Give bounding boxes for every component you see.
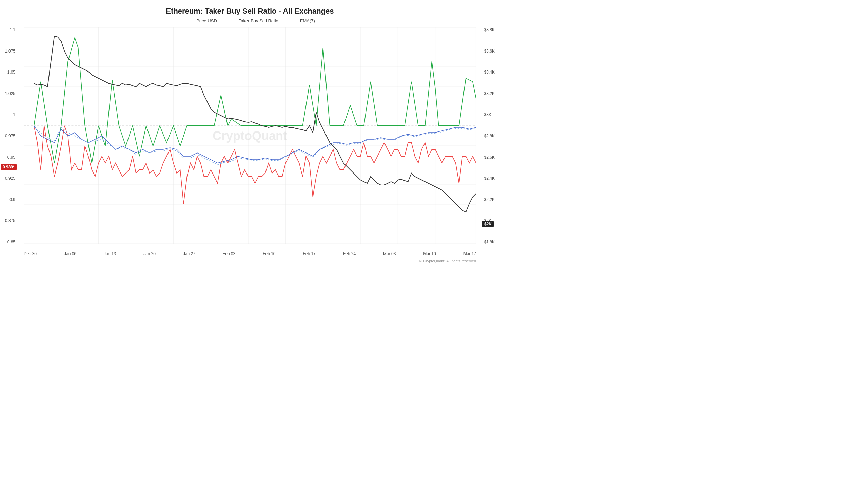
legend-taker-ratio: Taker Buy Sell Ratio	[227, 18, 278, 23]
legend-label-ema: EMA(7)	[300, 18, 315, 23]
legend-label-ratio: Taker Buy Sell Ratio	[239, 18, 278, 23]
x-axis: Dec 30 Jan 06 Jan 13 Jan 20 Jan 27 Feb 0…	[24, 251, 476, 256]
price-badge: $2K	[482, 221, 494, 227]
green-spikes-line	[34, 38, 476, 163]
legend-line-dashed	[289, 21, 298, 21]
current-value-badge: 0.939*	[1, 164, 17, 170]
legend-price-usd: Price USD	[185, 18, 217, 23]
legend-line-blue	[227, 21, 237, 21]
legend-ema: EMA(7)	[289, 18, 315, 23]
copyright: © CryptoQuant. All rights reserved	[419, 259, 476, 263]
chart-title: Ethereum: Taker Buy Sell Ratio - All Exc…	[24, 7, 476, 16]
chart-container: Ethereum: Taker Buy Sell Ratio - All Exc…	[0, 0, 496, 271]
y-axis-left: 1.1 1.075 1.05 1.025 1 0.975 0.95 0.925 …	[5, 27, 15, 244]
y-axis-right: $3.8K $3.6K $3.4K $3.2K $3K $2.8K $2.6K …	[484, 27, 495, 244]
red-ratio-line	[34, 126, 476, 204]
main-chart-svg: .grid-line { stroke: #e0e0e0; stroke-wid…	[24, 27, 476, 244]
legend-line-black	[185, 21, 194, 21]
chart-legend: Price USD Taker Buy Sell Ratio EMA(7)	[24, 18, 476, 23]
price-line	[34, 36, 476, 212]
chart-area: 1.1 1.075 1.05 1.025 1 0.975 0.95 0.925 …	[24, 27, 476, 244]
legend-label-price: Price USD	[196, 18, 217, 23]
